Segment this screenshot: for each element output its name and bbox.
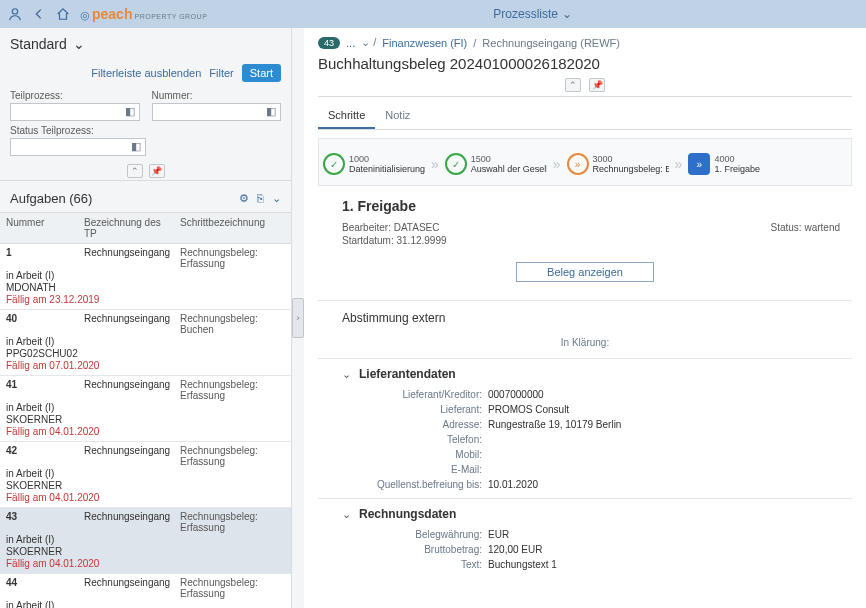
collapse-header-icon[interactable]: ⌃	[565, 78, 581, 92]
tasks-title: Aufgaben (66)	[10, 191, 92, 206]
process-list-dropdown[interactable]: Prozessliste⌄	[493, 7, 572, 21]
kv-row: Text:Buchungstext 1	[366, 557, 852, 572]
crumb-last: Rechnungseingang (REWF)	[482, 37, 620, 49]
export-icon[interactable]: ⎘	[257, 192, 264, 205]
crumb-dots[interactable]: ...	[346, 37, 355, 49]
user-icon[interactable]	[8, 7, 22, 21]
breadcrumb: 43 ... ⌄ / Finanzwesen (FI) / Rechnungse…	[318, 36, 852, 49]
table-row[interactable]: 43RechnungseingangRechnungsbeleg:Erfassu…	[0, 508, 291, 574]
start-button[interactable]: Start	[242, 64, 281, 82]
chevron-right-icon: »	[431, 156, 439, 172]
chevron-down-icon: ⌄	[342, 508, 351, 521]
workflow-step[interactable]: »3000Rechnungsbeleg: E...	[567, 153, 669, 175]
valuehelp-icon[interactable]: ◧	[266, 105, 278, 117]
kv-row: E-Mail:	[366, 462, 852, 477]
standard-dropdown[interactable]: Standard⌄	[0, 28, 291, 60]
chevron-down-icon: ⌄	[342, 368, 351, 381]
left-panel: Standard⌄ Filterleiste ausblenden Filter…	[0, 28, 292, 608]
status-label: Status Teilprozess:	[10, 125, 281, 136]
nummer-label: Nummer:	[152, 90, 282, 101]
chevron-right-icon: »	[553, 156, 561, 172]
table-row[interactable]: 42RechnungseingangRechnungsbeleg:Erfassu…	[0, 442, 291, 508]
show-beleg-button[interactable]: Beleg anzeigen	[516, 262, 654, 282]
svg-point-0	[12, 9, 17, 14]
table-row[interactable]: 1RechnungseingangRechnungsbeleg:Erfassun…	[0, 244, 291, 310]
kv-row: Lieferant:PROMOS Consult	[366, 402, 852, 417]
workflow-step[interactable]: »40001. Freigabe	[688, 153, 760, 175]
workflow-step[interactable]: ✓1500Auswahl der Gesell...	[445, 153, 547, 175]
kv-row: Quellenst.befreiung bis:10.01.2020	[366, 477, 852, 492]
workflow-steps: ✓1000Dateninitialisierung»✓1500Auswahl d…	[318, 138, 852, 186]
kv-row: Bruttobetrag:120,00 EUR	[366, 542, 852, 557]
nummer-input[interactable]	[152, 103, 282, 121]
detail-panel: 43 ... ⌄ / Finanzwesen (FI) / Rechnungse…	[304, 28, 866, 608]
table-row[interactable]: 41RechnungseingangRechnungsbeleg:Erfassu…	[0, 376, 291, 442]
filter-link[interactable]: Filter	[209, 67, 233, 79]
back-icon[interactable]	[32, 7, 46, 21]
task-table-header: Nummer Bezeichnung des TP Schrittbezeich…	[0, 212, 291, 244]
chevron-right-icon: »	[675, 156, 683, 172]
crumb-fin[interactable]: Finanzwesen (FI)	[382, 37, 467, 49]
status-input[interactable]	[10, 138, 146, 156]
kv-row: Mobil:	[366, 447, 852, 462]
home-icon[interactable]	[56, 7, 70, 21]
splitter: ›	[292, 28, 304, 608]
kv-row: Adresse:Rungestraße 19, 10179 Berlin	[366, 417, 852, 432]
kv-row: Telefon:	[366, 432, 852, 447]
hide-filterbar-link[interactable]: Filterleiste ausblenden	[91, 67, 201, 79]
abstimmung-heading: Abstimmung extern	[318, 301, 852, 331]
pin-filter-icon[interactable]: 📌	[149, 164, 165, 178]
brand-logo: ◎ peach PROPERTY GROUP	[80, 6, 207, 22]
teilprozess-label: Teilprozess:	[10, 90, 140, 101]
step-heading: 1. Freigabe	[318, 186, 852, 222]
tab-notiz[interactable]: Notiz	[375, 103, 420, 129]
workflow-step[interactable]: ✓1000Dateninitialisierung	[323, 153, 425, 175]
teilprozess-input[interactable]	[10, 103, 140, 121]
more-icon[interactable]: ⌄	[272, 192, 281, 205]
gear-icon[interactable]: ⚙	[239, 192, 249, 205]
inklaerung-label: In Klärung:	[318, 331, 852, 358]
valuehelp-icon[interactable]: ◧	[125, 105, 137, 117]
kv-row: Lieferant/Kreditor:0007000000	[366, 387, 852, 402]
table-row[interactable]: 44RechnungseingangRechnungsbeleg:Erfassu…	[0, 574, 291, 608]
count-badge: 43	[318, 37, 340, 49]
page-title: Buchhaltungsbeleg 202401000026182020	[318, 49, 852, 74]
rechnungs-section[interactable]: ⌄ Rechnungsdaten	[318, 498, 852, 527]
valuehelp-icon[interactable]: ◧	[131, 140, 143, 152]
collapse-filter-icon[interactable]: ⌃	[127, 164, 143, 178]
kv-row: Belegwährung:EUR	[366, 527, 852, 542]
tab-schritte[interactable]: Schritte	[318, 103, 375, 129]
topbar: ◎ peach PROPERTY GROUP Prozessliste⌄	[0, 0, 866, 28]
table-row[interactable]: 40RechnungseingangRechnungsbeleg:Bucheni…	[0, 310, 291, 376]
pin-header-icon[interactable]: 📌	[589, 78, 605, 92]
lieferanten-section[interactable]: ⌄ Lieferantendaten	[318, 358, 852, 387]
expand-panel-button[interactable]: ›	[292, 298, 304, 338]
